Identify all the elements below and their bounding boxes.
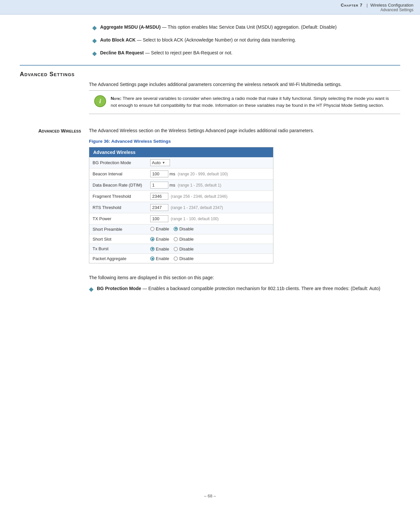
row-label: TX Power [89,213,147,224]
row-value[interactable]: EnableDisable [147,253,273,263]
table-header: Advanced Wireless [89,147,273,157]
row-label: Packet Aggregate [89,253,147,263]
bullet-desc-3: Select to reject peer BA-Request or not. [151,50,232,55]
table-row: Data Beacon Rate (DTIM)1 ms (range 1 - 2… [89,179,273,191]
radio-item[interactable]: Disable [174,247,193,252]
bullet-desc-2: Select to block ACK (Acknowledge Number)… [143,37,296,43]
radio-circle [150,256,154,261]
input-field[interactable]: 100 [150,170,168,177]
section-divider-1 [20,65,400,66]
select-arrow: ▼ [162,161,165,164]
row-value[interactable]: EnableDisable [147,244,273,254]
wireless-table: Advanced Wireless BG Protection ModeAuto… [89,147,273,263]
radio-circle [150,237,154,241]
row-value[interactable]: 2346 (range 256 - 2346, default 2346) [147,191,273,202]
bullet-term-3: Decline BA Request [100,50,144,55]
input-field[interactable]: 1 [150,182,168,189]
radio-circle [174,247,178,251]
page-number: – 68 – [204,493,216,498]
radio-circle [174,256,178,261]
bullet-diamond-1: ◆ [92,24,97,31]
bullet-dash-1: — [162,24,168,30]
adv-settings-heading: Advanced Settings [20,71,400,78]
row-value[interactable]: 2347 (range 1 - 2347, default 2347) [147,202,273,213]
bullet-text-1: Aggregate MSDU (A-MSDU) — This option en… [100,24,337,31]
radio-item[interactable]: Enable [150,256,169,261]
bullet-dash-2: — [137,37,143,43]
select-input[interactable]: Auto▼ [150,159,170,166]
row-value[interactable]: Auto▼ [147,157,273,168]
table-row: BG Protection ModeAuto▼ [89,157,273,168]
wireless-table-wrapper: Advanced Wireless BG Protection ModeAuto… [89,147,273,264]
ms-label: ms [168,171,177,176]
radio-item[interactable]: Enable [150,247,169,252]
note-text: Note: There are several variables to con… [111,95,395,109]
radio-label: Disable [179,226,193,231]
chapter-label: Chapter 7 [341,3,363,8]
input-field[interactable]: 2347 [150,204,168,211]
page-footer: – 68 – [0,493,420,498]
bg-bullet-term: BG Protection Mode [97,286,141,291]
range-text: (range 1 - 255, default 1) [178,183,221,188]
bg-bullet-item: ◆ BG Protection Mode — Enables a backwar… [89,285,400,293]
table-row: Packet AggregateEnableDisable [89,253,273,263]
header-right: Chapter 7 | Wireless Configuration Advan… [341,3,413,12]
radio-circle [174,237,178,241]
page-header: Chapter 7 | Wireless Configuration Advan… [0,0,420,15]
radio-group: EnableDisable [150,226,194,231]
main-content: ◆ Aggregate MSDU (A-MSDU) — This option … [0,15,420,316]
table-row: Short PreambleEnableDisable [89,224,273,234]
adv-wireless-desc: The Advanced Wireless section on the Wir… [89,127,400,134]
bullet-diamond-2: ◆ [92,37,97,44]
radio-item[interactable]: Disable [174,237,193,242]
radio-group: EnableDisable [150,237,194,242]
bullet-item-1: ◆ Aggregate MSDU (A-MSDU) — This option … [92,24,400,31]
radio-item[interactable]: Disable [174,226,193,231]
radio-item[interactable]: Disable [174,256,193,261]
bullet-term-2: Auto Block ACK [100,37,136,43]
radio-label: Disable [179,247,193,252]
row-label: Tx Burst [89,244,147,254]
table-row: Beacon Interval100 ms (range 20 - 999, d… [89,168,273,179]
bullet-desc-1: This option enables Mac Service Data Uni… [168,24,337,30]
radio-circle [150,247,154,251]
radio-circle [150,227,154,231]
radio-circle [174,227,178,231]
row-label: Short Slot [89,234,147,244]
radio-label: Enable [156,237,169,242]
row-value[interactable]: EnableDisable [147,234,273,244]
adv-wireless-content: The Advanced Wireless section on the Wir… [89,127,400,298]
row-value[interactable]: 1 ms (range 1 - 255, default 1) [147,179,273,191]
bullet-item-3: ◆ Decline BA Request — Select to reject … [92,49,400,57]
input-field[interactable]: 2346 [150,193,168,200]
row-value[interactable]: 100 (range 1 - 100, default 100) [147,213,273,224]
range-text: (range 1 - 2347, default 2347) [170,205,223,210]
radio-label: Enable [156,256,169,261]
range-text: (range 256 - 2346, default 2346) [170,194,227,199]
row-label: RTS Threshold [89,202,147,213]
adv-wireless-section: Advanced Wireless The Advanced Wireless … [20,127,400,298]
radio-item[interactable]: Enable [150,226,169,231]
header-subtitle: Advanced Settings [380,8,413,12]
table-row: Fragment Threshold2346 (range 256 - 2346… [89,191,273,202]
bullet-dash-3: — [145,50,151,55]
figure-caption: Figure 36: Advanced Wireless Settings [89,139,400,144]
note-content: There are several variables to consider … [111,96,389,108]
input-field[interactable]: 100 [150,215,168,222]
header-separator: | [367,3,368,8]
radio-label: Disable [179,237,193,242]
bg-bullet-dash: — [142,286,148,291]
ms-label: ms [168,183,177,188]
radio-label: Enable [156,226,169,231]
adv-settings-desc-text: The Advanced Settings page includes addi… [89,82,400,87]
top-bullet-section: ◆ Aggregate MSDU (A-MSDU) — This option … [92,24,400,57]
row-value[interactable]: 100 ms (range 20 - 999, default 100) [147,168,273,179]
bg-bullet-diamond: ◆ [89,285,94,293]
note-icon: i [94,95,106,107]
radio-item[interactable]: Enable [150,237,169,242]
note-label: Note: [111,96,122,101]
radio-group: EnableDisable [150,256,194,261]
row-value[interactable]: EnableDisable [147,224,273,234]
row-label: Fragment Threshold [89,191,147,202]
header-line1: Chapter 7 | Wireless Configuration [341,3,413,8]
